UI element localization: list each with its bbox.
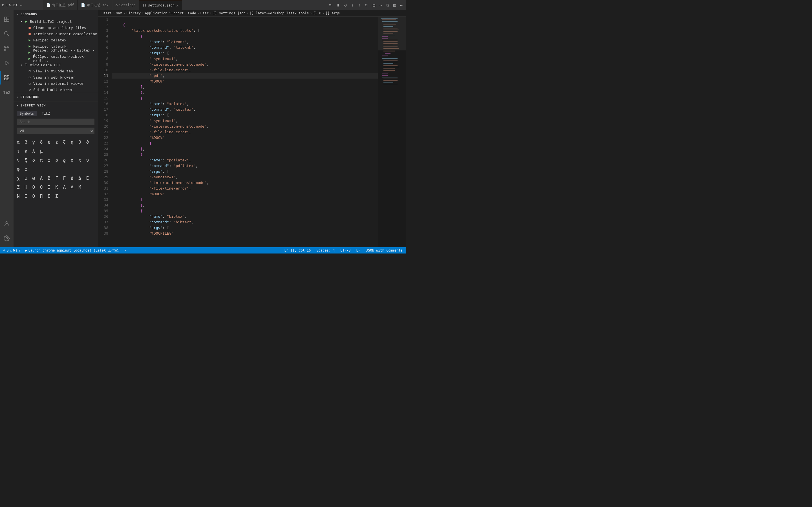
cleanup-item[interactable]: ■ Clean up auxiliary files [13,24,98,31]
status-ln-col[interactable]: Ln 11, Col 16 [283,248,312,252]
svg-point-16 [6,237,8,239]
tab-pdf[interactable]: 📄 每日汇总.pdf [43,0,78,10]
commands-label: COMMANDS [20,12,37,16]
activity-account[interactable] [0,217,13,230]
breadcrumb-0[interactable]: {} 0 [313,11,321,15]
info-icon: ℹ [16,248,17,252]
status-right: Ln 11, Col 16 Spaces: 4 UTF-8 LF JSON wi… [283,248,404,252]
svg-rect-14 [7,78,9,80]
code-line-18: "args": [ [112,112,378,118]
svg-rect-11 [4,75,6,77]
grid-icon[interactable]: ⊞ [328,2,333,8]
source-control-icon[interactable]: ⎘ [386,2,390,8]
svg-rect-18 [382,19,396,20]
snippet-header[interactable]: ▾ SNIPPET VIEW [13,101,98,110]
tab-symbols-label: Symbols [20,112,34,115]
app-icon: ⊞ [2,3,4,7]
cleanup-label: Clean up auxiliary files [33,25,86,30]
set-default-item[interactable]: ⚙ Set default viewer [13,87,98,93]
ln-23: 23 [100,140,108,146]
more-icon[interactable]: ⋯ [378,2,383,8]
ln-1: 1 [100,17,108,22]
breadcrumb-users[interactable]: Users [101,11,112,15]
svg-rect-56 [384,83,398,84]
activity-tex[interactable]: TeX [0,86,13,99]
square-icon[interactable]: □ [371,2,376,8]
tab-pdf-label: 每日汇总.pdf [52,3,74,8]
view-vscode-label: View in VSCode tab [33,69,73,73]
view-external-item[interactable]: ◻ View in external viewer [13,80,98,87]
sep5: › [197,11,199,15]
status-language[interactable]: JSON with Comments [365,248,404,252]
view-vscode-item[interactable]: ◻ View in VSCode tab [13,68,98,74]
tab-tex-icon: 📄 [81,3,85,7]
view-pdf-group[interactable]: ▾ 🗋 View LaTeX PDF [13,62,98,68]
status-errors[interactable]: ⊘ 0 ⚠ 6 ℹ 7 [2,248,22,252]
breadcrumb-tools[interactable]: [] latex-workshop.latex.tools [250,11,309,15]
breadcrumb-code[interactable]: Code [188,11,196,15]
minimap-svg [378,17,406,236]
breadcrumb-args[interactable]: [] args [326,11,340,15]
svg-rect-53 [384,78,398,79]
activity-run[interactable] [0,56,13,70]
code-line-31: "-file-line-error", [112,186,378,191]
commands-header[interactable]: ▾ COMMANDS [13,10,98,18]
svg-rect-50 [382,73,388,74]
structure-header[interactable]: ▾ STRUCTURE [13,93,98,101]
tab-tex[interactable]: 📄 每日汇总.tex [78,0,112,10]
commands-section: ▾ COMMANDS ▾ ▶ Build LaTeX project ■ Cle… [13,10,98,93]
reload-icon[interactable]: ⟳ [364,2,369,8]
status-eol[interactable]: LF [355,248,361,252]
activity-settings[interactable] [0,231,13,245]
view-vscode-icon: ◻ [27,69,32,73]
breadcrumb-library[interactable]: Library [126,11,141,15]
code-view[interactable]: { "latex-workshop.latex.tools": [ { "nam… [112,17,378,247]
breadcrumb-sam[interactable]: sam [116,11,122,15]
svg-rect-46 [384,67,399,67]
math-symbols: α β γ δ ε ε ζ η θ ϑ ι κ λ μ ν ξ o π ϖ ρ … [13,135,98,203]
recipe-xelatex-item[interactable]: ▶ Recipe: xelatex [13,37,98,43]
svg-rect-24 [384,30,399,30]
status-launch[interactable]: ▶ Launch Chrome against localhost (LaTeX… [24,248,121,253]
error-count: 0 [6,248,8,252]
activity-extensions[interactable] [0,71,13,84]
launch-icon: ▶ [25,248,27,252]
tab-settings-json[interactable]: {} settings.json ✕ [139,0,183,10]
breadcrumb-appsupport[interactable]: Application Support [145,11,184,15]
recipe-xelatex-label: Recipe: xelatex [33,38,66,42]
title-overflow-icon[interactable]: ⋯ [20,3,22,7]
tab-tex-label: 每日汇总.tex [87,3,109,8]
overflow-icon[interactable]: ⋯ [399,2,404,8]
terminate-item[interactable]: ■ Terminate current compilation [13,31,98,37]
refresh-icon[interactable]: ↺ [343,2,348,8]
category-select[interactable]: All [17,128,94,134]
search-input[interactable] [17,119,94,125]
recipe-xelatex2-item[interactable]: ▶ Recipe: xelatex->bibtex->xel... [13,55,98,62]
download-icon[interactable]: ↓ [350,2,354,8]
activity-explorer[interactable] [0,12,13,26]
svg-rect-48 [384,70,395,71]
status-encoding[interactable]: UTF-8 [339,248,352,252]
pause-icon[interactable]: ⏸ [335,2,341,8]
panel-icon[interactable]: ▥ [392,2,397,8]
editor-scroll[interactable]: 1 2 3 4 5 6 7 8 9 10 11 12 13 14 15 16 1 [98,17,378,247]
activity-source-control[interactable] [0,42,13,55]
activity-search[interactable] [0,27,13,41]
recipe-xelatex-icon: ▶ [27,38,32,42]
status-spaces[interactable]: Spaces: 4 [315,248,336,252]
tab-settings[interactable]: ⚙ Settings [112,0,139,10]
upload-icon[interactable]: ↑ [357,2,361,8]
sep6: › [210,11,212,15]
breadcrumb-user[interactable]: User [200,11,209,15]
build-latex-group[interactable]: ▾ ▶ Build LaTeX project [13,18,98,24]
code-line-21: "-file-line-error", [112,129,378,135]
tab-close-icon[interactable]: ✕ [176,3,179,8]
status-checkmark[interactable]: ✓ [123,248,128,252]
tab-tikz[interactable]: TikZ [39,111,53,116]
breadcrumb-settings-json[interactable]: {} settings.json [213,11,246,15]
view-web-item[interactable]: ◻ View in web browser [13,74,98,80]
sep4: › [185,11,187,15]
tab-symbols[interactable]: Symbols [17,111,37,116]
title-bar-left: ⊞ LATEX ⋯ [2,3,42,7]
cleanup-icon: ■ [27,25,32,30]
